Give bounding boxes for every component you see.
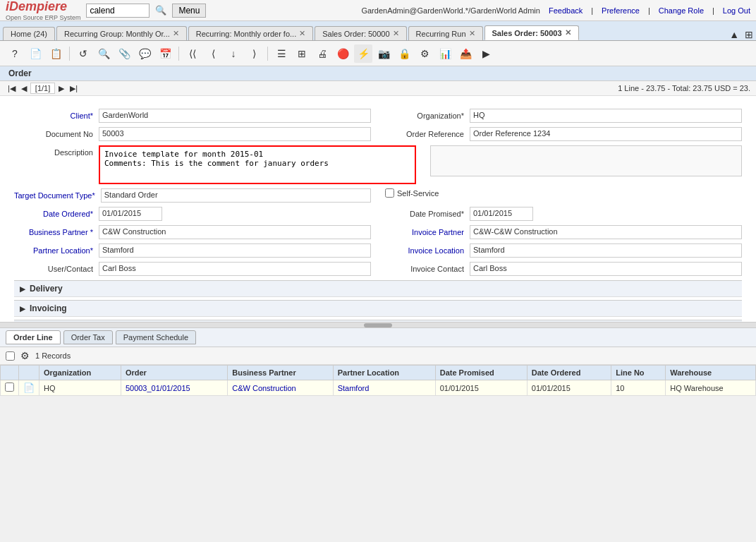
tab-sales-order-50003[interactable]: Sales Order: 50003 ✕ xyxy=(484,25,579,40)
pagination-bar: |◀ ◀ [1/1] ▶ ▶| 1 Line - 23.75 - Total: … xyxy=(0,81,756,96)
photo-button[interactable]: 📷 xyxy=(374,44,393,63)
tab-sales-order-50000-close[interactable]: ✕ xyxy=(393,29,399,38)
preference-link[interactable]: Preference xyxy=(602,6,640,15)
row-icon: 📄 xyxy=(23,383,35,393)
invoice-location-value[interactable]: Stamford xyxy=(470,243,742,258)
col-business-partner[interactable]: Business Partner xyxy=(228,366,333,380)
down-button[interactable]: ↓ xyxy=(224,44,243,63)
search-input[interactable] xyxy=(86,4,150,18)
col-order[interactable]: Order xyxy=(121,366,227,380)
print-button[interactable]: 🖨 xyxy=(313,44,331,63)
docno-value[interactable]: 50003 xyxy=(99,127,371,141)
refresh-button[interactable]: ↺ xyxy=(74,44,92,63)
tab-recurring-group[interactable]: Recurring Group: Monthly Or... ✕ xyxy=(56,26,187,40)
delivery-arrow: ▶ xyxy=(20,285,25,293)
partner-location-value[interactable]: Stamford xyxy=(99,243,371,258)
prev-button[interactable]: ⟨ xyxy=(204,44,222,63)
target-doc-value[interactable]: Standard Order xyxy=(101,188,371,203)
self-service-label[interactable]: Self-Service xyxy=(385,188,439,198)
tab-recurring-monthly-close[interactable]: ✕ xyxy=(299,29,305,38)
tab-recurring-run-close[interactable]: ✕ xyxy=(469,29,475,38)
zoom-button[interactable]: 🔒 xyxy=(395,44,413,63)
date-promised-value[interactable]: 01/01/2015 xyxy=(470,207,533,221)
find-button[interactable]: 🔍 xyxy=(94,44,113,63)
target-doc-field: Target Document Type* Standard Order xyxy=(14,188,371,203)
expand-icon[interactable]: ⊞ xyxy=(742,29,756,40)
last-page-button[interactable]: ▶| xyxy=(68,83,80,94)
row-partner-location[interactable]: Stamford xyxy=(333,380,435,396)
grid-select-all[interactable] xyxy=(6,351,15,361)
col-date-ordered[interactable]: Date Ordered xyxy=(527,366,611,380)
col-line-no[interactable]: Line No xyxy=(611,366,666,380)
client-value[interactable]: GardenWorld xyxy=(99,109,371,123)
org-value[interactable]: HQ xyxy=(470,109,742,123)
scroll-indicator[interactable] xyxy=(0,322,756,327)
prev-page-button[interactable]: ◀ xyxy=(19,83,29,94)
col-warehouse[interactable]: Warehouse xyxy=(666,366,756,380)
col-organization[interactable]: Organization xyxy=(39,366,121,380)
date-ordered-value[interactable]: 01/01/2015 xyxy=(99,207,162,221)
tab-sales-order-50003-close[interactable]: ✕ xyxy=(565,28,571,37)
attach-button[interactable]: 📎 xyxy=(115,44,133,63)
desc-value[interactable]: Invoice template for month 2015-01 Comme… xyxy=(102,148,413,179)
first-page-button[interactable]: |◀ xyxy=(6,83,18,94)
scroll-thumb[interactable] xyxy=(364,323,392,327)
log-out-link[interactable]: Log Out xyxy=(723,6,750,15)
tab-order-tax[interactable]: Order Tax xyxy=(63,330,113,344)
invoice-partner-label[interactable]: Invoice Partner xyxy=(385,228,470,236)
user-contact-value[interactable]: Carl Boss xyxy=(99,262,371,276)
topbar-left: iDempiere Open Source ERP System 🔍 Menu xyxy=(6,0,206,21)
prev-prev-button[interactable]: ⟨⟨ xyxy=(183,44,202,63)
table-row[interactable]: 📄 HQ 50003_01/01/2015 C&W Construction S… xyxy=(1,380,756,396)
self-service-checkbox[interactable] xyxy=(385,188,394,198)
tab-recurring-run[interactable]: Recurring Run ✕ xyxy=(408,26,483,40)
row-order[interactable]: 50003_01/01/2015 xyxy=(121,380,227,396)
partner-location-label[interactable]: Partner Location* xyxy=(14,246,99,255)
tab-order-line[interactable]: Order Line xyxy=(6,330,61,344)
invoice-contact-value[interactable]: Carl Boss xyxy=(470,262,742,276)
action-button[interactable]: ⚡ xyxy=(354,44,372,63)
invoice-partner-value[interactable]: C&W-C&W Construction xyxy=(470,225,742,239)
col-date-promised[interactable]: Date Promised xyxy=(435,366,527,380)
chart-button[interactable]: 📊 xyxy=(436,44,454,63)
desc-right-area[interactable] xyxy=(430,145,742,176)
search-icon[interactable]: 🔍 xyxy=(155,5,166,16)
tab-payment-schedule[interactable]: Payment Schedule xyxy=(116,330,196,344)
org-label[interactable]: Organization* xyxy=(385,112,470,120)
invoice-location-label[interactable]: Invoice Location xyxy=(385,246,470,255)
chat-button[interactable]: 💬 xyxy=(135,44,154,63)
menu-button[interactable]: Menu xyxy=(172,4,206,18)
export-button[interactable]: 📤 xyxy=(456,44,475,63)
grid-settings-icon[interactable]: ⚙ xyxy=(20,350,30,361)
row-checkbox[interactable] xyxy=(5,383,14,392)
next-page-button[interactable]: ▶ xyxy=(56,83,66,94)
copy-button[interactable]: 📋 xyxy=(47,44,65,63)
help-button[interactable]: ? xyxy=(6,44,24,63)
change-role-link[interactable]: Change Role xyxy=(659,6,704,15)
calendar-button[interactable]: 📅 xyxy=(156,44,174,63)
next-button[interactable]: ⟩ xyxy=(245,44,263,63)
collapse-icon[interactable]: ▲ xyxy=(726,29,742,40)
row-business-partner[interactable]: C&W Construction xyxy=(228,380,333,396)
business-partner-label[interactable]: Business Partner * xyxy=(14,228,99,236)
new-button[interactable]: 📄 xyxy=(26,44,44,63)
business-partner-value[interactable]: C&W Construction xyxy=(99,225,371,239)
grid-view-button[interactable]: ⊞ xyxy=(293,44,311,63)
target-doc-label[interactable]: Target Document Type* xyxy=(14,191,101,200)
tab-recurring-monthly[interactable]: Recurring: Monthly order fo... ✕ xyxy=(188,26,313,40)
settings-button[interactable]: ⚙ xyxy=(415,44,434,63)
tab-recurring-group-close[interactable]: ✕ xyxy=(173,29,179,38)
delivery-header[interactable]: ▶ Delivery xyxy=(14,281,742,297)
lock-button[interactable]: 🔴 xyxy=(334,44,352,63)
tab-home[interactable]: Home (24) xyxy=(3,27,55,40)
feedback-link[interactable]: Feedback xyxy=(549,6,583,15)
client-label[interactable]: Client* xyxy=(14,112,99,120)
more-button[interactable]: ▶ xyxy=(477,44,495,63)
invoicing-header[interactable]: ▶ Invoicing xyxy=(14,301,742,317)
date-ordered-label[interactable]: Date Ordered* xyxy=(14,210,99,218)
tab-sales-order-50000[interactable]: Sales Order: 50000 ✕ xyxy=(315,26,406,40)
order-ref-value[interactable]: Order Reference 1234 xyxy=(470,127,742,141)
form-view-button[interactable]: ☰ xyxy=(272,44,291,63)
col-partner-location[interactable]: Partner Location xyxy=(333,366,435,380)
date-promised-label[interactable]: Date Promised* xyxy=(385,210,470,218)
